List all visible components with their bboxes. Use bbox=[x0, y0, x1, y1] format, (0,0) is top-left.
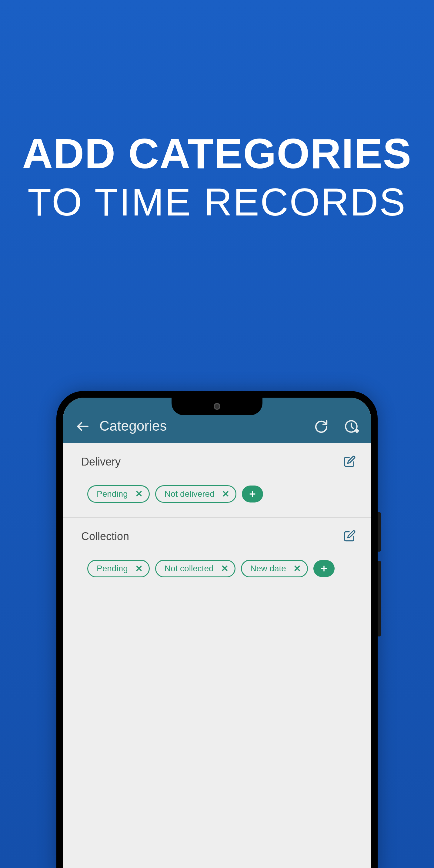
category-chip[interactable]: New date ✕ bbox=[241, 560, 308, 577]
close-icon[interactable]: ✕ bbox=[293, 564, 301, 573]
add-chip-button[interactable] bbox=[313, 560, 335, 577]
phone-side-button bbox=[378, 512, 381, 552]
svg-line-3 bbox=[351, 427, 353, 428]
clock-add-icon[interactable] bbox=[344, 419, 359, 434]
phone-frame: Categories Delivery Pending ✕ bbox=[56, 391, 378, 868]
section-title: Delivery bbox=[81, 456, 121, 468]
close-icon[interactable]: ✕ bbox=[135, 564, 143, 573]
refresh-icon[interactable] bbox=[314, 420, 329, 434]
add-chip-button[interactable] bbox=[242, 486, 263, 502]
phone-screen: Categories Delivery Pending ✕ bbox=[63, 398, 371, 868]
promo-line-1: ADD CATEGORIES bbox=[0, 130, 434, 177]
edit-icon[interactable] bbox=[344, 455, 356, 469]
camera-dot bbox=[214, 403, 220, 410]
category-chip[interactable]: Not collected ✕ bbox=[155, 560, 236, 577]
back-arrow-icon[interactable] bbox=[75, 419, 90, 434]
category-chip[interactable]: Pending ✕ bbox=[87, 560, 150, 577]
phone-notch bbox=[172, 398, 262, 415]
page-title: Categories bbox=[99, 417, 299, 434]
phone-side-button bbox=[378, 561, 381, 637]
category-chip[interactable]: Not delivered ✕ bbox=[155, 485, 237, 503]
close-icon[interactable]: ✕ bbox=[222, 490, 229, 499]
promo-heading: ADD CATEGORIES TO TIME RECORDS bbox=[0, 0, 434, 227]
chip-label: New date bbox=[250, 564, 286, 574]
chips-row: Pending ✕ Not delivered ✕ bbox=[81, 485, 356, 503]
chips-row: Pending ✕ Not collected ✕ New date ✕ bbox=[81, 560, 356, 577]
close-icon[interactable]: ✕ bbox=[135, 490, 143, 499]
section-header: Delivery bbox=[81, 455, 356, 469]
close-icon[interactable]: ✕ bbox=[221, 564, 228, 573]
category-section-collection: Collection Pending ✕ Not collected ✕ New… bbox=[63, 518, 371, 592]
promo-line-2: TO TIME RECORDS bbox=[0, 177, 434, 227]
chip-label: Not collected bbox=[164, 564, 214, 574]
chip-label: Pending bbox=[97, 564, 128, 574]
section-title: Collection bbox=[81, 530, 129, 543]
chip-label: Not delivered bbox=[164, 489, 215, 499]
category-section-delivery: Delivery Pending ✕ Not delivered ✕ bbox=[63, 443, 371, 518]
category-chip[interactable]: Pending ✕ bbox=[87, 485, 150, 503]
edit-icon[interactable] bbox=[344, 530, 356, 543]
chip-label: Pending bbox=[97, 489, 128, 499]
section-header: Collection bbox=[81, 530, 356, 543]
